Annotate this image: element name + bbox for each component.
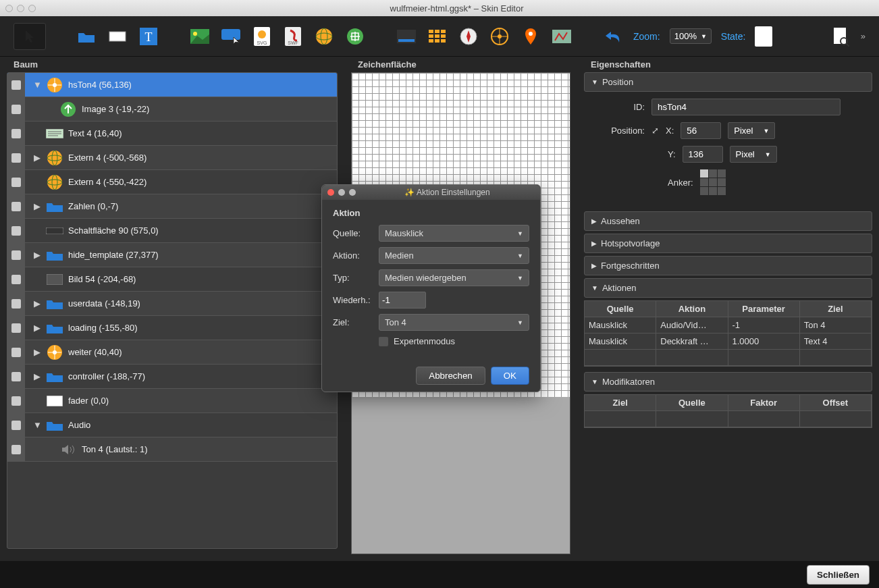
table-row[interactable]: MausklickDeckkraft …1.0000Text 4 — [585, 333, 872, 350]
search-icon[interactable] — [830, 26, 851, 47]
svg-rect-17 — [429, 30, 433, 33]
anchor-grid[interactable] — [700, 169, 726, 195]
nodemarker-tool-icon[interactable] — [344, 26, 366, 47]
tree-row[interactable]: ▼hsTon4 (56,136) — [7, 73, 337, 97]
svg-tool-icon[interactable]: SVG — [251, 26, 273, 47]
dialog-min-dot[interactable] — [338, 189, 345, 196]
x-input[interactable] — [681, 122, 721, 139]
tree-item-label: Extern 4 (-500,-568) — [68, 153, 337, 163]
quelle-select[interactable]: Mausklick▼ — [379, 225, 529, 242]
expand-toggle[interactable]: ▶ — [33, 153, 41, 163]
undo-icon[interactable] — [602, 26, 624, 47]
tree-item-label: Extern 4 (-550,-422) — [68, 177, 337, 187]
tree-row[interactable]: ▶weiter (40,40) — [7, 340, 337, 365]
tree-row[interactable]: ▶Extern 4 (-500,-568) — [7, 146, 337, 170]
section-position[interactable]: ▼Position — [584, 72, 872, 92]
visibility-checkbox[interactable] — [11, 202, 21, 211]
tree-row[interactable]: ▶loading (-155,-80) — [7, 316, 337, 340]
aktion-select[interactable]: Medien▼ — [379, 247, 529, 264]
visibility-checkbox[interactable] — [11, 129, 21, 138]
ziel-select[interactable]: Ton 4▼ — [379, 314, 529, 331]
toolbar-overflow[interactable]: » — [861, 31, 865, 41]
state-swatch[interactable] — [755, 26, 772, 47]
thumbnails-tool-icon[interactable] — [427, 26, 448, 47]
tree-row[interactable]: Extern 4 (-550,-422) — [7, 170, 337, 194]
close-button[interactable]: Schließen — [807, 565, 870, 585]
table-row[interactable]: MausklickAudio/Vid…-1Ton 4 — [585, 317, 872, 333]
svg-text:SVG: SVG — [257, 41, 267, 45]
compass-tool-icon[interactable] — [458, 26, 479, 47]
expand-toggle[interactable]: ▼ — [33, 420, 41, 430]
y-input[interactable] — [683, 146, 723, 163]
visibility-checkbox[interactable] — [11, 226, 21, 236]
y-unit-select[interactable]: Pixel▼ — [730, 146, 777, 163]
tree-row[interactable]: ▶Zahlen (0,-7) — [7, 194, 337, 219]
visibility-checkbox[interactable] — [11, 323, 21, 333]
section-appearance[interactable]: ▶Aussehen — [584, 211, 872, 231]
visibility-checkbox[interactable] — [11, 275, 21, 284]
visibility-checkbox[interactable] — [11, 178, 21, 187]
tree-row[interactable]: Schaltfläche 90 (575,0) — [7, 219, 337, 243]
tree-row[interactable]: ▶userdata (-148,19) — [7, 292, 337, 316]
extern-tool-icon[interactable] — [313, 26, 335, 47]
minimize-dot[interactable] — [17, 5, 24, 12]
zoom-select[interactable]: 100%▼ — [670, 28, 712, 44]
container-tool-icon[interactable] — [76, 26, 97, 47]
text-tool-icon[interactable]: T — [138, 26, 159, 47]
expand-toggle[interactable]: ▼ — [33, 80, 41, 90]
marker-tool-icon[interactable] — [520, 26, 541, 47]
dialog-close-dot[interactable] — [327, 189, 334, 196]
id-input[interactable] — [651, 99, 841, 115]
svg-rect-16 — [398, 39, 415, 42]
tree-row[interactable]: Ton 4 (Lautst.: 1) — [7, 437, 337, 462]
tree-row[interactable]: fader (0,0) — [7, 389, 337, 413]
typ-select[interactable]: Medien wiedergeben▼ — [379, 269, 529, 286]
svg-point-7 — [258, 30, 266, 38]
section-advanced[interactable]: ▶Fortgeschritten — [584, 256, 872, 275]
tree-row[interactable]: Image 3 (-19,-22) — [7, 97, 337, 122]
x-unit-select[interactable]: Pixel▼ — [728, 122, 775, 139]
visibility-checkbox[interactable] — [11, 445, 21, 454]
tree-row[interactable]: Bild 54 (-204,-68) — [7, 267, 337, 292]
expert-checkbox[interactable] — [379, 337, 388, 346]
section-hotspot[interactable]: ▶Hotspotvorlage — [584, 234, 872, 253]
swf-tool-icon[interactable]: SWF — [282, 26, 304, 47]
expand-toggle[interactable]: ▶ — [33, 347, 41, 357]
tree-row[interactable]: ▼Audio — [7, 413, 337, 437]
visibility-checkbox[interactable] — [11, 250, 21, 260]
radar-tool-icon[interactable] — [489, 26, 510, 47]
visibility-checkbox[interactable] — [11, 153, 21, 163]
main-toolbar: T SVG SWF Zoom: 100%▼ State: » — [0, 16, 879, 57]
expand-toggle[interactable]: ▶ — [33, 371, 41, 381]
visibility-checkbox[interactable] — [11, 372, 21, 381]
select-tool[interactable] — [14, 23, 46, 50]
visibility-checkbox[interactable] — [11, 105, 21, 114]
expand-toggle[interactable]: ▶ — [33, 298, 41, 309]
seekbar-tool-icon[interactable] — [396, 26, 417, 47]
cancel-button[interactable]: Abbrechen — [416, 367, 485, 385]
svg-rect-19 — [441, 30, 446, 33]
ok-button[interactable]: OK — [491, 367, 529, 385]
visibility-checkbox[interactable] — [11, 299, 21, 309]
image-tool-icon[interactable] — [189, 26, 211, 47]
wiederh-input[interactable] — [379, 292, 426, 309]
action-settings-dialog: ✨ Aktion Einstellungen Aktion Quelle:Mau… — [321, 184, 541, 392]
visibility-checkbox[interactable] — [11, 396, 21, 406]
rectangle-tool-icon[interactable] — [107, 26, 128, 47]
button-tool-icon[interactable] — [220, 26, 242, 47]
dialog-max-dot[interactable] — [349, 189, 356, 196]
expand-toggle[interactable]: ▶ — [33, 250, 41, 260]
section-actions[interactable]: ▼Aktionen — [584, 278, 872, 298]
visibility-checkbox[interactable] — [11, 80, 21, 90]
tree-row[interactable]: Text 4 (16,40) — [7, 122, 337, 146]
tree-row[interactable]: ▶hide_template (27,377) — [7, 243, 337, 267]
visibility-checkbox[interactable] — [11, 348, 21, 357]
map-tool-icon[interactable] — [551, 26, 572, 47]
tree-row[interactable]: ▶controller (-188,-77) — [7, 365, 337, 389]
section-modifiers[interactable]: ▼Modifikatoren — [584, 372, 872, 392]
maximize-dot[interactable] — [28, 5, 36, 12]
expand-toggle[interactable]: ▶ — [33, 201, 41, 211]
visibility-checkbox[interactable] — [11, 421, 21, 430]
expand-toggle[interactable]: ▶ — [33, 323, 41, 333]
close-dot[interactable] — [5, 5, 13, 12]
